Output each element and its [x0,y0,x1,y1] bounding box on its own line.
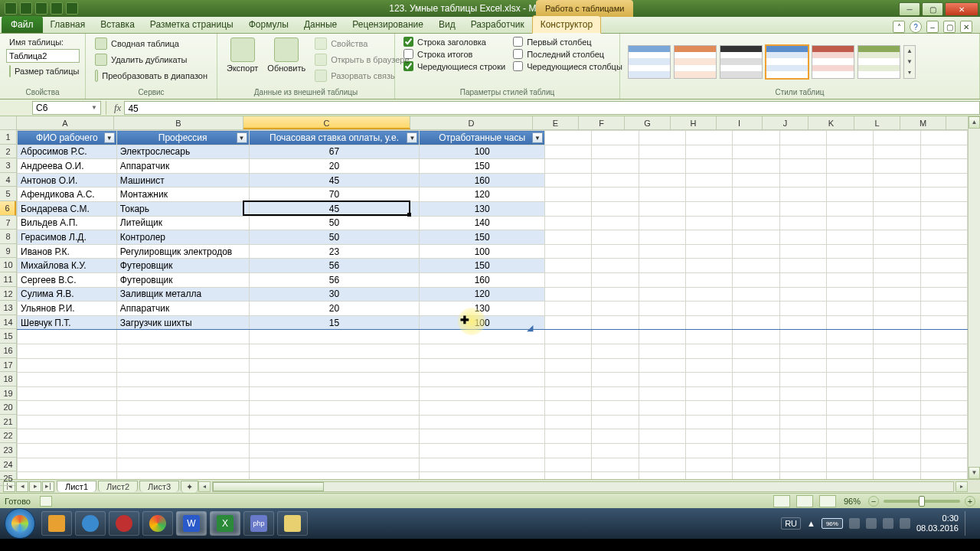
formula-input[interactable]: 45 [124,101,980,115]
column-header[interactable]: G [625,116,671,129]
cell[interactable]: Андреева О.И. [18,159,117,174]
cell[interactable]: Афендикова А.С. [18,187,117,202]
openbrowser-button[interactable]: Открыть в браузере [312,52,412,67]
row-header[interactable]: 24 [0,458,16,472]
cell[interactable]: Сергеев В.С. [18,272,117,287]
row-headers[interactable]: 1234567891011121314151617181920212223242… [0,116,17,479]
chk-bandedcols[interactable]: Чередующиеся столбцы [511,60,625,72]
refresh-button[interactable]: Обновить [264,36,309,74]
cell[interactable]: 140 [420,216,545,230]
cell[interactable]: 30 [249,287,420,302]
cell[interactable]: 20 [249,302,420,316]
cell[interactable]: 20 [249,159,420,174]
row-header[interactable]: 15 [0,329,16,344]
row-header[interactable]: 10 [0,258,16,272]
language-indicator[interactable]: RU [781,517,801,530]
cell[interactable]: 150 [420,159,545,174]
row-header[interactable]: 22 [0,429,16,443]
column-header[interactable]: I [717,116,763,129]
row-header[interactable]: 14 [0,315,16,330]
column-header[interactable]: L [854,116,900,129]
column-header[interactable]: B [114,116,243,129]
tab-developer[interactable]: Разработчик [463,16,532,33]
tablename-input[interactable] [6,49,80,63]
row-header[interactable]: 12 [0,287,16,302]
network-icon[interactable] [866,518,877,529]
scroll-left-icon[interactable]: ◂ [198,481,211,492]
cell[interactable]: 120 [420,287,545,302]
taskbar-excel[interactable]: X [210,511,240,536]
cell[interactable]: 100 [420,315,545,330]
zoom-slider[interactable] [884,500,960,503]
cell[interactable]: 56 [249,272,420,287]
row-header[interactable]: 4 [0,173,16,187]
tab-design[interactable]: Конструктор [532,15,601,34]
cell[interactable]: Сулима Я.В. [18,287,117,302]
cell[interactable]: 15 [249,315,420,330]
start-button[interactable] [5,508,35,539]
export-button[interactable]: Экспорт [224,36,261,74]
clock[interactable]: 0:30 08.03.2016 [916,514,959,533]
row-header[interactable]: 23 [0,443,16,458]
qat-more-icon[interactable] [66,2,78,15]
row-header[interactable]: 2 [0,145,16,159]
column-header[interactable]: H [671,116,717,129]
maximize-button[interactable]: ▢ [922,2,943,16]
chk-firstcol[interactable]: Первый столбец [511,36,625,47]
style-swatch[interactable] [858,45,900,79]
cell[interactable]: 130 [420,201,545,216]
row-header[interactable]: 19 [0,386,16,401]
filter-dropdown-icon[interactable]: ▼ [532,132,543,143]
torange-button[interactable]: Преобразовать в диапазон [92,68,211,83]
column-header[interactable]: E [533,116,579,129]
cell[interactable]: Бондарева С.М. [18,201,117,216]
scroll-thumb[interactable] [213,482,324,491]
view-pagebreak-icon[interactable] [819,495,836,507]
cell[interactable]: Антонов О.И. [18,173,117,187]
cell[interactable]: Загрузчик шихты [116,315,249,330]
ribbon-minimize-icon[interactable]: ˄ [893,21,905,33]
cell[interactable]: 23 [249,244,420,259]
tray-up-icon[interactable]: ▲ [807,519,815,528]
row-header[interactable]: 1 [0,130,16,145]
sheet-tab-active[interactable]: Лист1 [57,481,96,492]
sheet-tab[interactable]: Лист2 [98,481,138,492]
cell[interactable]: 45 [249,201,420,216]
table-header-cell[interactable]: Почасовая ставка оплаты, у.е.▼ [249,131,420,145]
taskbar-opera[interactable] [109,511,139,536]
column-header[interactable]: F [579,116,625,129]
unlink-button[interactable]: Разорвать связь [312,68,412,83]
cell[interactable]: Монтажник [116,187,249,202]
style-swatch[interactable] [720,45,763,79]
cell[interactable]: Шевчук П.Т. [18,315,117,330]
table-header-cell[interactable]: Профессия▼ [116,131,249,145]
cell[interactable]: Заливщик металла [116,287,249,302]
scroll-right-icon[interactable]: ▸ [956,481,968,492]
tab-formulas[interactable]: Формулы [241,16,296,33]
gallery-more-button[interactable]: ▲▼▾ [903,45,916,79]
sheet-nav-prev-icon[interactable]: ◂ [16,481,28,492]
minimize-button[interactable]: ─ [899,2,920,16]
file-tab[interactable]: Файл [2,16,43,33]
table-header-cell[interactable]: ФИО рабочего▼ [18,131,117,145]
vertical-scrollbar[interactable]: ▲ ▼ [968,116,980,479]
row-header[interactable]: 13 [0,301,16,315]
undo-icon[interactable] [35,2,47,15]
dedup-button[interactable]: Удалить дубликаты [92,52,211,67]
chk-banded[interactable]: Чередующиеся строки [401,60,508,72]
resize-table-button[interactable]: Размер таблицы [6,64,79,79]
filter-dropdown-icon[interactable]: ▼ [237,132,247,143]
close-button[interactable]: ✕ [945,2,978,16]
cell[interactable]: Токарь [116,201,249,216]
style-swatch[interactable] [812,45,854,79]
cell[interactable]: 130 [420,302,545,316]
name-box[interactable]: C6▼ [32,101,101,115]
removable-icon[interactable] [883,518,893,529]
sheet-nav-next-icon[interactable]: ▸ [29,481,41,492]
doc-close-icon[interactable]: ✕ [960,21,972,33]
cell[interactable]: Аппаратчик [116,302,249,316]
cell[interactable]: 120 [420,187,545,202]
row-header[interactable]: 9 [0,244,16,259]
cell[interactable]: 160 [420,272,545,287]
chk-lastcol[interactable]: Последний столбец [511,48,625,60]
